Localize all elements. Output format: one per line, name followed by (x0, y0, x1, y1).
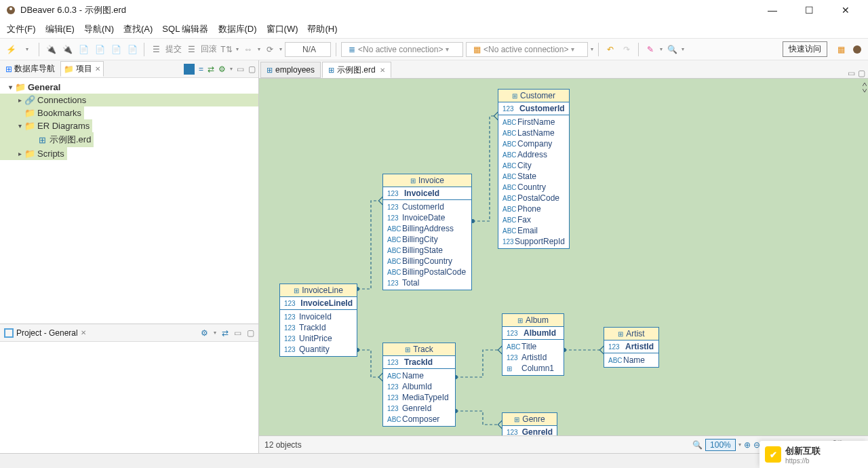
sql-editor-btn[interactable]: 📄 (77, 43, 90, 56)
search-btn[interactable]: 🔍 (665, 43, 679, 56)
tab-employees[interactable]: ⊞ employees (260, 62, 321, 78)
tab-erd-file[interactable]: ⊞ 示例图.erd ✕ (322, 62, 391, 78)
tab-db-navigator[interactable]: ⊞ 数据库导航 (3, 62, 58, 76)
zoom-combo[interactable]: 100% (705, 439, 736, 451)
nav-tool-max[interactable]: ▢ (248, 64, 256, 74)
tree-er-diagrams[interactable]: ▾ 📁 ER Diagrams (0, 119, 92, 132)
entity-column[interactable]: ABCLastName (498, 128, 569, 138)
maximize-button[interactable]: ☐ (797, 2, 821, 18)
entity-column[interactable]: 123Total (383, 277, 471, 288)
proj-tool-link[interactable]: ⇄ (222, 328, 229, 338)
rollback-btn[interactable]: ☰ (184, 43, 198, 56)
menu-sql-editor[interactable]: SQL 编辑器 (162, 23, 208, 35)
proj-tool-min[interactable]: ▭ (234, 328, 241, 338)
entity-column[interactable]: ABCPhone (498, 203, 569, 214)
entity-column[interactable]: ABCBillingState (383, 245, 471, 256)
entity-column[interactable]: 123Quantity (280, 344, 357, 355)
nav-tool-4[interactable]: ⚙ (218, 64, 226, 74)
entity-column[interactable]: ⊞Column1 (502, 363, 564, 374)
open-sql-btn[interactable]: 📄 (109, 43, 123, 56)
entity-column[interactable]: 123UnitPrice (280, 333, 357, 344)
tree-erd-file[interactable]: ⊞ 示例图.erd (0, 132, 94, 147)
quick-access[interactable]: 快速访问 (783, 41, 827, 57)
entity-customer[interactable]: ⊞Customer 123CustomerId ABCFirstNameABCL… (498, 89, 570, 249)
close-tab-erd[interactable]: ✕ (380, 66, 385, 74)
close-tab-icon[interactable]: ✕ (95, 65, 100, 73)
commit-btn[interactable]: ☰ (149, 43, 163, 56)
entity-column[interactable]: ABCName (383, 370, 455, 381)
new-connection-dd[interactable]: ▾ (20, 43, 34, 56)
erd-search[interactable]: 🔍 (692, 440, 703, 450)
nav-tool-min[interactable]: ▭ (237, 64, 244, 74)
nav-tool-3[interactable]: ⇄ (208, 64, 214, 74)
canvas-scrollbar[interactable] (863, 83, 867, 92)
entity-column[interactable]: 123InvoiceDate (383, 212, 471, 223)
close-button[interactable]: ✕ (834, 2, 857, 18)
entity-column[interactable]: 123MediaTypeId (383, 392, 455, 403)
entity-column[interactable]: ABCBillingCountry (383, 256, 471, 267)
entity-column[interactable]: 123TrackId (280, 322, 357, 333)
minimize-button[interactable]: — (761, 2, 784, 18)
menu-search[interactable]: 查找(A) (123, 23, 153, 35)
tree-connections[interactable]: ▸ 🔗 Connections (0, 94, 258, 106)
entity-column[interactable]: ABCBillingPostalCode (383, 267, 471, 277)
perspective-btn[interactable]: ▦ (834, 43, 848, 56)
entity-column[interactable]: ABCFirstName (498, 117, 569, 128)
entity-album[interactable]: ⊞Album 123AlbumId ABCTitle123ArtistId⊞Co… (502, 313, 564, 376)
editor-max[interactable]: ▢ (858, 69, 865, 78)
entity-column[interactable]: 123InvoiceId (280, 311, 357, 322)
entity-column[interactable]: ABCCompany (498, 138, 569, 149)
new-connection-btn[interactable]: ⚡ (4, 43, 18, 56)
tree-bookmarks[interactable]: 📁 Bookmarks (0, 106, 84, 119)
redo-btn[interactable]: ↷ (620, 43, 633, 56)
entity-column[interactable]: ABCAddress (498, 149, 569, 160)
connect-btn[interactable]: 🔌 (44, 43, 58, 56)
tree-root[interactable]: ▾ 📁 General (0, 81, 258, 94)
entity-artist[interactable]: ⊞Artist 123ArtistId ABCName (604, 327, 659, 368)
new-sql-btn[interactable]: 📄 (125, 43, 139, 56)
erase-btn[interactable]: ✎ (644, 43, 657, 56)
tx-mode-btn[interactable]: T⇅ (220, 43, 233, 56)
entity-column[interactable]: ABCCity (498, 160, 569, 171)
editor-min[interactable]: ▭ (848, 69, 855, 78)
entity-column[interactable]: ABCComposer (383, 414, 455, 425)
entity-column[interactable]: 123GenreId (383, 403, 455, 414)
disconnect-btn[interactable]: 🔌 (60, 43, 74, 56)
entity-column[interactable]: ABCFax (498, 214, 569, 225)
menu-help[interactable]: 帮助(H) (307, 23, 337, 35)
entity-column[interactable]: ABCBillingAddress (383, 223, 471, 234)
menu-database[interactable]: 数据库(D) (218, 23, 257, 35)
menu-file[interactable]: 文件(F) (7, 23, 36, 35)
menu-edit[interactable]: 编辑(E) (45, 23, 75, 35)
tx-log-btn[interactable]: ◦◦ (241, 43, 255, 56)
entity-column[interactable]: 123ArtistId (502, 352, 564, 363)
menu-window[interactable]: 窗口(W) (267, 23, 298, 35)
recent-sql-btn[interactable]: 📄 (93, 43, 106, 56)
entity-invoice[interactable]: ⊞Invoice 123InvoiceId 123CustomerId123In… (382, 174, 472, 290)
entity-column[interactable]: 123AlbumId (383, 381, 455, 392)
entity-column[interactable]: ABCTitle (502, 341, 564, 352)
zoom-in[interactable]: ⊕ (744, 440, 751, 450)
entity-column[interactable]: ABCBillingCity (383, 234, 471, 245)
nav-tool-2[interactable]: = (199, 64, 203, 74)
entity-column[interactable]: ABCName (604, 355, 658, 366)
auto-btn[interactable]: ⟳ (263, 43, 277, 56)
proj-tool-gear[interactable]: ⚙ (201, 328, 208, 338)
undo-btn[interactable]: ↶ (604, 43, 617, 56)
nav-tool-1[interactable] (184, 64, 195, 75)
entity-column[interactable]: 123SupportRepId (498, 236, 569, 247)
entity-invoiceline[interactable]: ⊞InvoiceLine 123InvoiceLineId 123Invoice… (279, 284, 357, 357)
database-combo[interactable]: ▦ <No active connection>▾ (466, 42, 588, 57)
datasource-combo[interactable]: ≣ <No active connection>▾ (341, 42, 463, 57)
menu-navigate[interactable]: 导航(N) (84, 23, 114, 35)
tab-projects[interactable]: 📁 项目 ✕ (60, 61, 104, 77)
entity-column[interactable]: ABCState (498, 171, 569, 182)
proj-tool-max[interactable]: ▢ (247, 328, 254, 338)
close-project-panel[interactable]: ✕ (81, 329, 86, 336)
dbeaver-perspective[interactable] (850, 43, 864, 56)
entity-column[interactable]: ABCCountry (498, 182, 569, 193)
entity-column[interactable]: ABCEmail (498, 225, 569, 236)
tree-scripts[interactable]: ▸ 📁 Scripts (0, 147, 67, 160)
erd-canvas[interactable]: ⊞Customer 123CustomerId ABCFirstNameABCL… (259, 78, 868, 435)
entity-column[interactable]: ABCPostalCode (498, 193, 569, 203)
